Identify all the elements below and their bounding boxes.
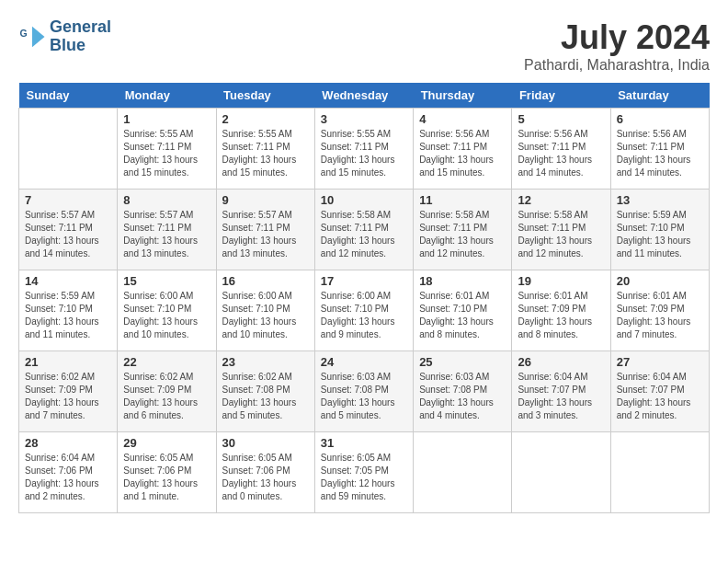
day-number: 31 bbox=[321, 436, 407, 450]
calendar-cell: 4Sunrise: 5:56 AM Sunset: 7:11 PM Daylig… bbox=[414, 109, 512, 190]
day-number: 25 bbox=[419, 355, 506, 369]
day-number: 28 bbox=[25, 436, 111, 450]
calendar-table: SundayMondayTuesdayWednesdayThursdayFrid… bbox=[18, 83, 710, 513]
day-info: Sunrise: 6:04 AM Sunset: 7:06 PM Dayligh… bbox=[25, 452, 111, 503]
calendar-cell: 14Sunrise: 5:59 AM Sunset: 7:10 PM Dayli… bbox=[19, 270, 118, 351]
calendar-cell: 29Sunrise: 6:05 AM Sunset: 7:06 PM Dayli… bbox=[118, 432, 216, 513]
header-tuesday: Tuesday bbox=[216, 83, 314, 109]
day-info: Sunrise: 6:01 AM Sunset: 7:09 PM Dayligh… bbox=[617, 290, 703, 341]
day-info: Sunrise: 6:05 AM Sunset: 7:06 PM Dayligh… bbox=[222, 452, 309, 503]
day-info: Sunrise: 5:57 AM Sunset: 7:11 PM Dayligh… bbox=[222, 209, 309, 260]
day-number: 26 bbox=[518, 355, 604, 369]
day-info: Sunrise: 6:04 AM Sunset: 7:07 PM Dayligh… bbox=[617, 371, 703, 422]
day-info: Sunrise: 5:55 AM Sunset: 7:11 PM Dayligh… bbox=[321, 128, 407, 179]
calendar-cell bbox=[512, 432, 610, 513]
calendar-cell: 27Sunrise: 6:04 AM Sunset: 7:07 PM Dayli… bbox=[610, 351, 709, 432]
day-info: Sunrise: 5:58 AM Sunset: 7:11 PM Dayligh… bbox=[419, 209, 506, 260]
day-number: 6 bbox=[617, 112, 703, 126]
day-number: 13 bbox=[617, 193, 703, 207]
calendar-cell: 31Sunrise: 6:05 AM Sunset: 7:05 PM Dayli… bbox=[314, 432, 413, 513]
day-info: Sunrise: 6:03 AM Sunset: 7:08 PM Dayligh… bbox=[419, 371, 506, 422]
calendar-cell: 23Sunrise: 6:02 AM Sunset: 7:08 PM Dayli… bbox=[216, 351, 314, 432]
day-number: 9 bbox=[222, 193, 309, 207]
svg-text:G: G bbox=[20, 28, 28, 39]
calendar-cell: 22Sunrise: 6:02 AM Sunset: 7:09 PM Dayli… bbox=[118, 351, 216, 432]
day-info: Sunrise: 5:57 AM Sunset: 7:11 PM Dayligh… bbox=[25, 209, 111, 260]
day-number: 14 bbox=[25, 274, 111, 288]
day-number: 18 bbox=[419, 274, 506, 288]
day-info: Sunrise: 6:05 AM Sunset: 7:05 PM Dayligh… bbox=[321, 452, 407, 503]
day-number: 1 bbox=[123, 112, 210, 126]
header-sunday: Sunday bbox=[19, 83, 118, 109]
header-friday: Friday bbox=[512, 83, 610, 109]
day-info: Sunrise: 5:59 AM Sunset: 7:10 PM Dayligh… bbox=[25, 290, 111, 341]
calendar-cell: 25Sunrise: 6:03 AM Sunset: 7:08 PM Dayli… bbox=[414, 351, 512, 432]
calendar-cell: 30Sunrise: 6:05 AM Sunset: 7:06 PM Dayli… bbox=[216, 432, 314, 513]
day-number: 15 bbox=[123, 274, 210, 288]
day-info: Sunrise: 6:02 AM Sunset: 7:08 PM Dayligh… bbox=[222, 371, 309, 422]
week-row-1: 1Sunrise: 5:55 AM Sunset: 7:11 PM Daylig… bbox=[19, 109, 710, 190]
day-info: Sunrise: 6:04 AM Sunset: 7:07 PM Dayligh… bbox=[518, 371, 604, 422]
day-number: 12 bbox=[518, 193, 604, 207]
calendar-cell: 24Sunrise: 6:03 AM Sunset: 7:08 PM Dayli… bbox=[314, 351, 413, 432]
day-number: 24 bbox=[321, 355, 407, 369]
calendar-cell: 1Sunrise: 5:55 AM Sunset: 7:11 PM Daylig… bbox=[118, 109, 216, 190]
day-info: Sunrise: 5:56 AM Sunset: 7:11 PM Dayligh… bbox=[419, 128, 506, 179]
day-info: Sunrise: 5:57 AM Sunset: 7:11 PM Dayligh… bbox=[123, 209, 210, 260]
logo-icon: G bbox=[18, 23, 46, 51]
page-header: G General Blue July 2024 Pathardi, Mahar… bbox=[18, 18, 710, 74]
calendar-cell: 17Sunrise: 6:00 AM Sunset: 7:10 PM Dayli… bbox=[314, 270, 413, 351]
logo: G General Blue bbox=[18, 18, 111, 55]
calendar-cell: 15Sunrise: 6:00 AM Sunset: 7:10 PM Dayli… bbox=[118, 270, 216, 351]
logo-text: General Blue bbox=[50, 18, 111, 55]
calendar-cell: 12Sunrise: 5:58 AM Sunset: 7:11 PM Dayli… bbox=[512, 190, 610, 270]
calendar-cell: 18Sunrise: 6:01 AM Sunset: 7:10 PM Dayli… bbox=[414, 270, 512, 351]
day-number: 17 bbox=[321, 274, 407, 288]
calendar-cell: 3Sunrise: 5:55 AM Sunset: 7:11 PM Daylig… bbox=[314, 109, 413, 190]
day-number: 16 bbox=[222, 274, 309, 288]
calendar-cell: 11Sunrise: 5:58 AM Sunset: 7:11 PM Dayli… bbox=[414, 190, 512, 270]
title-block: July 2024 Pathardi, Maharashtra, India bbox=[524, 18, 710, 74]
day-number: 20 bbox=[617, 274, 703, 288]
day-info: Sunrise: 6:00 AM Sunset: 7:10 PM Dayligh… bbox=[123, 290, 210, 341]
day-number: 22 bbox=[123, 355, 210, 369]
day-info: Sunrise: 5:58 AM Sunset: 7:11 PM Dayligh… bbox=[321, 209, 407, 260]
calendar-cell: 13Sunrise: 5:59 AM Sunset: 7:10 PM Dayli… bbox=[610, 190, 709, 270]
day-info: Sunrise: 5:56 AM Sunset: 7:11 PM Dayligh… bbox=[518, 128, 604, 179]
calendar-cell: 8Sunrise: 5:57 AM Sunset: 7:11 PM Daylig… bbox=[118, 190, 216, 270]
header-monday: Monday bbox=[118, 83, 216, 109]
calendar-cell bbox=[414, 432, 512, 513]
day-number: 11 bbox=[419, 193, 506, 207]
day-number: 19 bbox=[518, 274, 604, 288]
calendar-header-row: SundayMondayTuesdayWednesdayThursdayFrid… bbox=[19, 83, 710, 109]
day-info: Sunrise: 6:00 AM Sunset: 7:10 PM Dayligh… bbox=[222, 290, 309, 341]
day-number: 29 bbox=[123, 436, 210, 450]
calendar-cell: 21Sunrise: 6:02 AM Sunset: 7:09 PM Dayli… bbox=[19, 351, 118, 432]
calendar-cell: 28Sunrise: 6:04 AM Sunset: 7:06 PM Dayli… bbox=[19, 432, 118, 513]
calendar-cell: 2Sunrise: 5:55 AM Sunset: 7:11 PM Daylig… bbox=[216, 109, 314, 190]
day-number: 21 bbox=[25, 355, 111, 369]
calendar-cell bbox=[19, 109, 118, 190]
day-info: Sunrise: 6:02 AM Sunset: 7:09 PM Dayligh… bbox=[123, 371, 210, 422]
calendar-cell: 6Sunrise: 5:56 AM Sunset: 7:11 PM Daylig… bbox=[610, 109, 709, 190]
week-row-3: 14Sunrise: 5:59 AM Sunset: 7:10 PM Dayli… bbox=[19, 270, 710, 351]
calendar-cell: 20Sunrise: 6:01 AM Sunset: 7:09 PM Dayli… bbox=[610, 270, 709, 351]
day-number: 8 bbox=[123, 193, 210, 207]
day-number: 5 bbox=[518, 112, 604, 126]
calendar-cell: 26Sunrise: 6:04 AM Sunset: 7:07 PM Dayli… bbox=[512, 351, 610, 432]
week-row-5: 28Sunrise: 6:04 AM Sunset: 7:06 PM Dayli… bbox=[19, 432, 710, 513]
day-info: Sunrise: 5:58 AM Sunset: 7:11 PM Dayligh… bbox=[518, 209, 604, 260]
day-number: 4 bbox=[419, 112, 506, 126]
day-info: Sunrise: 6:03 AM Sunset: 7:08 PM Dayligh… bbox=[321, 371, 407, 422]
week-row-4: 21Sunrise: 6:02 AM Sunset: 7:09 PM Dayli… bbox=[19, 351, 710, 432]
day-info: Sunrise: 6:00 AM Sunset: 7:10 PM Dayligh… bbox=[321, 290, 407, 341]
day-info: Sunrise: 5:55 AM Sunset: 7:11 PM Dayligh… bbox=[123, 128, 210, 179]
calendar-cell: 7Sunrise: 5:57 AM Sunset: 7:11 PM Daylig… bbox=[19, 190, 118, 270]
day-number: 30 bbox=[222, 436, 309, 450]
calendar-cell: 9Sunrise: 5:57 AM Sunset: 7:11 PM Daylig… bbox=[216, 190, 314, 270]
day-info: Sunrise: 5:55 AM Sunset: 7:11 PM Dayligh… bbox=[222, 128, 309, 179]
week-row-2: 7Sunrise: 5:57 AM Sunset: 7:11 PM Daylig… bbox=[19, 190, 710, 270]
day-number: 23 bbox=[222, 355, 309, 369]
day-info: Sunrise: 6:01 AM Sunset: 7:09 PM Dayligh… bbox=[518, 290, 604, 341]
day-number: 7 bbox=[25, 193, 111, 207]
